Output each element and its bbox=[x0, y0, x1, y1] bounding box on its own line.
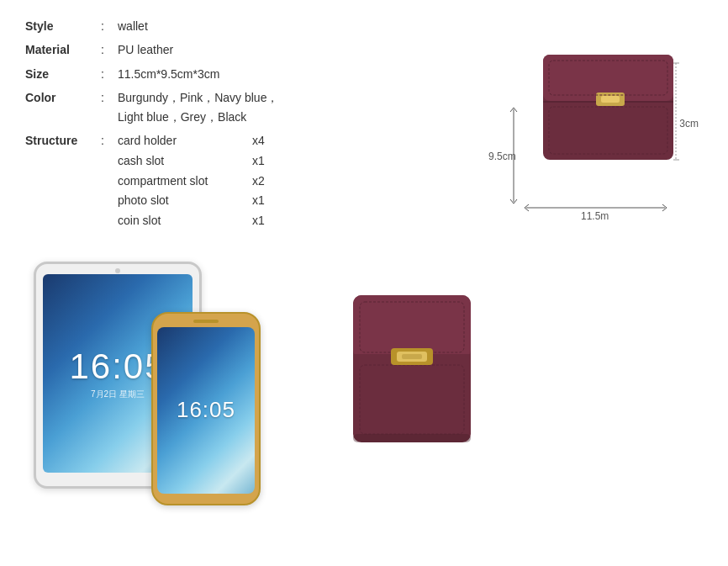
svg-line-1 bbox=[510, 108, 514, 112]
top-section: Style : wallet Material : PU leather Siz… bbox=[25, 17, 703, 236]
structure-row: Structure : card holder x4 cash slot x1 … bbox=[25, 131, 451, 231]
material-colon: : bbox=[101, 40, 118, 59]
iphone-screen: 16:05 bbox=[157, 327, 255, 494]
svg-line-19 bbox=[662, 204, 667, 208]
svg-text:9.5cm: 9.5cm bbox=[488, 151, 516, 162]
size-row: Size : 11.5cm*9.5cm*3cm bbox=[25, 65, 451, 83]
style-label: Style bbox=[25, 17, 101, 35]
svg-line-3 bbox=[510, 199, 514, 204]
structure-name-3: compartment slot bbox=[118, 172, 252, 192]
dim-depth-label: 3cm bbox=[679, 118, 699, 130]
wallet-illustration bbox=[539, 46, 682, 177]
style-colon: : bbox=[101, 17, 118, 35]
structure-qty-4: x1 bbox=[252, 191, 277, 211]
structure-item-2: cash slot x1 bbox=[118, 151, 277, 172]
iphone-device: 16:05 bbox=[151, 312, 261, 505]
wallet-photo-svg bbox=[345, 291, 479, 451]
structure-colon: : bbox=[101, 131, 118, 150]
svg-rect-30 bbox=[353, 434, 471, 442]
iphone-speaker bbox=[193, 320, 219, 323]
structure-item-3: compartment slot x2 bbox=[118, 172, 277, 192]
iphone-time: 16:05 bbox=[177, 397, 235, 423]
material-value: PU leather bbox=[118, 40, 451, 59]
structure-name-5: coin slot bbox=[118, 211, 252, 231]
structure-item-5: coin slot x1 bbox=[118, 211, 277, 231]
devices-container: 16:05 7月2日 星期三 16:05 bbox=[25, 262, 311, 514]
structure-name-4: photo slot bbox=[118, 191, 252, 211]
structure-items: card holder x4 cash slot x1 compartment … bbox=[118, 131, 277, 231]
size-colon: : bbox=[101, 65, 118, 83]
structure-name-2: cash slot bbox=[118, 151, 252, 172]
color-colon: : bbox=[101, 88, 118, 126]
size-value: 11.5cm*9.5cm*3cm bbox=[118, 65, 451, 83]
svg-line-2 bbox=[514, 108, 517, 112]
wallet-photo bbox=[336, 278, 488, 463]
style-row: Style : wallet bbox=[25, 17, 451, 35]
svg-line-20 bbox=[662, 208, 667, 211]
material-row: Material : PU leather bbox=[25, 40, 451, 59]
structure-label: Structure bbox=[25, 131, 101, 150]
structure-qty-2: x1 bbox=[252, 151, 277, 172]
structure-item-4: photo slot x1 bbox=[118, 191, 277, 211]
main-container: Style : wallet Material : PU leather Siz… bbox=[0, 0, 728, 531]
color-row: Color : Burgundy，Pink，Navy blue， Light b… bbox=[25, 88, 451, 126]
bottom-section: 16:05 7月2日 星期三 16:05 bbox=[25, 262, 703, 514]
structure-name-1: card holder bbox=[118, 131, 252, 151]
specs-table: Style : wallet Material : PU leather Siz… bbox=[25, 17, 451, 236]
svg-rect-10 bbox=[601, 96, 620, 103]
dim-height-label: 9.5cm bbox=[488, 105, 530, 209]
svg-text:11.5m: 11.5m bbox=[581, 210, 609, 220]
wallet-diagram-inner: 9.5cm bbox=[488, 38, 682, 223]
color-value: Burgundy，Pink，Navy blue， Light blue，Grey… bbox=[118, 88, 451, 126]
color-line2: Light blue，Grey，Black bbox=[118, 110, 246, 124]
color-line1: Burgundy，Pink，Navy blue， bbox=[118, 91, 278, 104]
color-label: Color bbox=[25, 88, 101, 126]
dim-width-label: 11.5m bbox=[522, 199, 673, 223]
svg-line-17 bbox=[525, 204, 529, 208]
dim-depth-text: 3cm bbox=[679, 118, 699, 130]
structure-qty-1: x4 bbox=[252, 131, 277, 151]
structure-qty-5: x1 bbox=[252, 211, 277, 231]
size-label: Size bbox=[25, 65, 101, 83]
structure-item-1: card holder x4 bbox=[118, 131, 277, 151]
svg-rect-29 bbox=[402, 354, 422, 359]
structure-qty-3: x2 bbox=[252, 172, 277, 192]
material-label: Material bbox=[25, 40, 101, 59]
style-value: wallet bbox=[118, 17, 451, 35]
svg-line-4 bbox=[514, 199, 517, 204]
ipad-date: 7月2日 星期三 bbox=[91, 389, 145, 400]
svg-line-18 bbox=[525, 208, 529, 211]
ipad-camera bbox=[115, 268, 120, 273]
wallet-diagram: 9.5cm bbox=[467, 17, 703, 236]
